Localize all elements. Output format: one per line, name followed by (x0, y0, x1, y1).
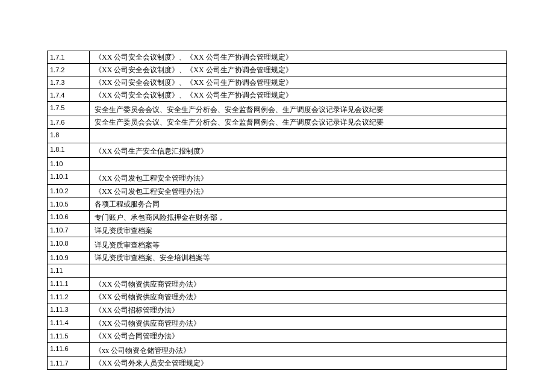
table-row: 1.10.6专门账户、承包商风险抵押金在财务部， (48, 211, 507, 224)
row-description: 专门账户、承包商风险抵押金在财务部， (90, 211, 507, 224)
row-number: 1.10.6 (48, 211, 90, 224)
table-row: 1.7.2《XX 公司安全会议制度》、《XX 公司生产协调会管理规定》 (48, 64, 507, 76)
table-row: 1.11.7《XX 公司外来人员安全管理规定》 (48, 357, 507, 370)
row-number: 1.7.4 (48, 89, 90, 102)
row-number: 1.7.1 (48, 51, 90, 64)
row-number: 1.7.6 (48, 116, 90, 129)
row-description: 各项工程或服务合同 (90, 198, 507, 211)
table-row: 1.7.1《XX 公司安全会议制度》、《XX 公司生产协调会管理规定》 (48, 51, 507, 64)
table-row: 1.7.3《XX 公司安全会议制度》、《XX 公司生产协调会管理规定》 (48, 76, 507, 89)
row-number: 1.10.8 (48, 237, 90, 252)
row-description: 《XX 公司物资供应商管理办法》 (90, 291, 507, 303)
row-description (90, 158, 507, 170)
table-row: 1.8 (48, 129, 507, 143)
table-row: 1.7.6安全生产委员会会议、安全生产分析会、安全监督网例会、生产调度会议记录详… (48, 116, 507, 129)
table-row: 1.10 (48, 158, 507, 170)
row-number: 1.10 (48, 158, 90, 170)
table-row: 1.11.5《XX 公司合同管理办法》 (48, 330, 507, 343)
row-description: 安全生产委员会会议、安全生产分析会、安全监督网例会、生产调度会议记录详见会议纪要 (90, 116, 507, 129)
row-description: 详见资质审查档案 (90, 224, 507, 237)
row-number: 1.11.2 (48, 291, 90, 303)
table-row: 1.10.7详见资质审查档案 (48, 224, 507, 237)
row-description: 《XX 公司物资供应商管理办法》 (90, 317, 507, 330)
row-number: 1.10.1 (48, 170, 90, 185)
table-row: 1.10.8详见资质审查档案等 (48, 237, 507, 252)
row-number: 1.11.3 (48, 303, 90, 317)
row-description: 详见资质审查档案等 (90, 237, 507, 252)
row-description: 《XX 公司外来人员安全管理规定》 (90, 357, 507, 370)
table-row: 1.7.4《XX 公司安全会议制度》、《XX 公司生产协调会管理规定》 (48, 89, 507, 102)
row-number: 1.11.1 (48, 278, 90, 291)
table-row: 1.11.1《XX 公司物资供应商管理办法》 (48, 278, 507, 291)
row-description: 《XX 公司安全会议制度》、《XX 公司生产协调会管理规定》 (90, 64, 507, 76)
table-row: 1.10.2《XX 公司发包工程安全管理办法》 (48, 185, 507, 198)
row-number: 1.8.1 (48, 143, 90, 158)
row-description: 《XX 公司安全会议制度》、《XX 公司生产协调会管理规定》 (90, 89, 507, 102)
table-row: 1.11.4《XX 公司物资供应商管理办法》 (48, 317, 507, 330)
row-number: 1.11.6 (48, 343, 90, 357)
row-number: 1.11 (48, 264, 90, 278)
row-number: 1.11.7 (48, 357, 90, 370)
table-row: 1.10.5各项工程或服务合同 (48, 198, 507, 211)
row-number: 1.10.7 (48, 224, 90, 237)
row-description: 安全生产委员会会议、安全生产分析会、安全监督网例会、生产调度会议记录详见会议纪要 (90, 102, 507, 116)
row-number: 1.10.9 (48, 252, 90, 264)
row-number: 1.11.4 (48, 317, 90, 330)
row-number: 1.11.5 (48, 330, 90, 343)
table-row: 1.10.9详见资质审查档案、安全培训档案等 (48, 252, 507, 264)
table-row: 1.11 (48, 264, 507, 278)
row-description: 详见资质审查档案、安全培训档案等 (90, 252, 507, 264)
row-description: 《XX 公司安全会议制度》、《XX 公司生产协调会管理规定》 (90, 76, 507, 89)
table-row: 1.8.1《XX 公司生产安全信息汇报制度》 (48, 143, 507, 158)
table-row: 1.10.1《XX 公司发包工程安全管理办法》 (48, 170, 507, 185)
row-description: 《XX 公司合同管理办法》 (90, 330, 507, 343)
table-body: 1.7.1《XX 公司安全会议制度》、《XX 公司生产协调会管理规定》1.7.2… (48, 51, 507, 370)
table-row: 1.7.5安全生产委员会会议、安全生产分析会、安全监督网例会、生产调度会议记录详… (48, 102, 507, 116)
table-row: 1.11.3《XX 公司招标管理办法》 (48, 303, 507, 317)
row-description (90, 129, 507, 143)
row-number: 1.8 (48, 129, 90, 143)
row-number: 1.7.5 (48, 102, 90, 116)
row-description: 《XX 公司生产安全信息汇报制度》 (90, 143, 507, 158)
row-description: 《XX 公司招标管理办法》 (90, 303, 507, 317)
row-number: 1.7.3 (48, 76, 90, 89)
table-row: 1.11.6《xx 公司物资仓储管理办法》 (48, 343, 507, 357)
row-number: 1.10.5 (48, 198, 90, 211)
row-description: 《XX 公司发包工程安全管理办法》 (90, 170, 507, 185)
document-table: 1.7.1《XX 公司安全会议制度》、《XX 公司生产协调会管理规定》1.7.2… (47, 51, 507, 370)
table-row: 1.11.2《XX 公司物资供应商管理办法》 (48, 291, 507, 303)
row-description: 《XX 公司物资供应商管理办法》 (90, 278, 507, 291)
row-description: 《xx 公司物资仓储管理办法》 (90, 343, 507, 357)
row-number: 1.10.2 (48, 185, 90, 198)
row-description (90, 264, 507, 278)
row-number: 1.7.2 (48, 64, 90, 76)
row-description: 《XX 公司安全会议制度》、《XX 公司生产协调会管理规定》 (90, 51, 507, 64)
row-description: 《XX 公司发包工程安全管理办法》 (90, 185, 507, 198)
